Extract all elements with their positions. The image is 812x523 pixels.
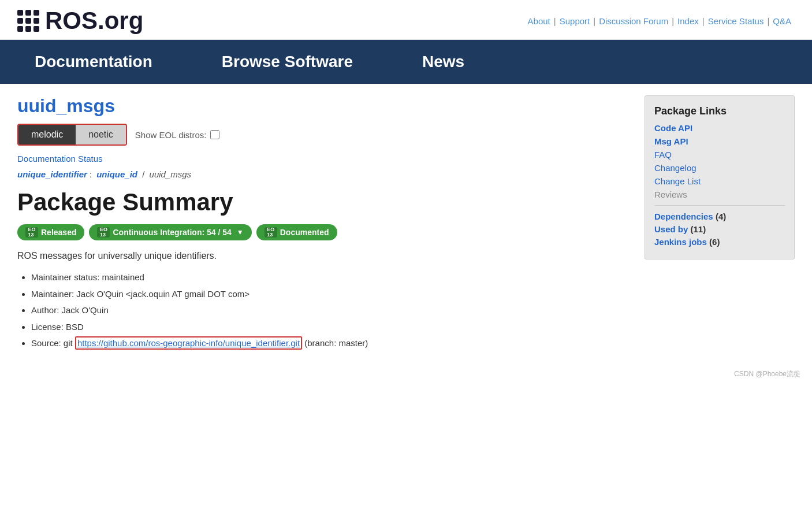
released-icon: EO13 bbox=[25, 227, 38, 238]
dot bbox=[17, 18, 23, 24]
top-header: ROS.org About | Support | Discussion For… bbox=[0, 0, 812, 40]
nav-documentation[interactable]: Documentation bbox=[0, 40, 187, 84]
sidebar-title: Package Links bbox=[654, 105, 785, 117]
sidebar-link-changelog[interactable]: Changelog bbox=[654, 163, 785, 173]
sidebar-jenkins-link[interactable]: Jenkins jobs bbox=[654, 237, 707, 247]
content-area: uuid_msgs melodic noetic Show EOL distro… bbox=[17, 95, 627, 352]
breadcrumb-current: uuid_msgs bbox=[150, 169, 192, 179]
dot bbox=[33, 26, 39, 32]
sidebar-dependencies-count: (4) bbox=[716, 212, 726, 221]
main-container: uuid_msgs melodic noetic Show EOL distro… bbox=[0, 84, 812, 363]
sidebar-used-by-link[interactable]: Used by bbox=[654, 224, 688, 234]
distro-buttons: melodic noetic bbox=[17, 124, 127, 146]
sidebar-link-change-list[interactable]: Change List bbox=[654, 176, 785, 186]
top-nav: About | Support | Discussion Forum | Ind… bbox=[524, 16, 795, 26]
distro-melodic-button[interactable]: melodic bbox=[18, 125, 76, 144]
dot bbox=[17, 26, 23, 32]
breadcrumb: unique_identifier: unique_id / uuid_msgs bbox=[17, 169, 627, 179]
distro-noetic-button[interactable]: noetic bbox=[76, 125, 126, 144]
nav-support[interactable]: Support bbox=[556, 16, 594, 26]
sidebar-used-by-item: Used by (11) bbox=[654, 224, 785, 234]
source-url-link[interactable]: https://github.com/ros-geographic-info/u… bbox=[75, 336, 302, 350]
nav-about[interactable]: About bbox=[524, 16, 554, 26]
sidebar-link-msg-api[interactable]: Msg API bbox=[654, 136, 785, 146]
footer-note: CSDN @Phoebe流徙 bbox=[0, 363, 812, 385]
nav-qa[interactable]: Q&A bbox=[769, 16, 795, 26]
sidebar-box: Package Links Code API Msg API FAQ Chang… bbox=[645, 95, 795, 259]
sidebar-link-reviews: Reviews bbox=[654, 190, 785, 199]
site-logo: ROS.org bbox=[45, 7, 143, 35]
sidebar-divider bbox=[654, 205, 785, 206]
sidebar-used-by-count: (11) bbox=[691, 224, 706, 234]
breadcrumb-repo[interactable]: unique_identifier bbox=[17, 169, 87, 179]
sidebar-jenkins-count: (6) bbox=[709, 237, 720, 247]
nav-index[interactable]: Index bbox=[674, 16, 702, 26]
eol-label-text: Show EOL distros: bbox=[135, 130, 207, 140]
badge-documented: EO13 Documented bbox=[256, 224, 337, 240]
nav-browse-software[interactable]: Browse Software bbox=[187, 40, 388, 84]
ci-dropdown-icon: ▼ bbox=[237, 228, 244, 236]
badge-ci-label: Continuous Integration: 54 / 54 bbox=[113, 228, 231, 237]
ci-icon: EO13 bbox=[97, 227, 110, 238]
package-description: ROS messages for universally unique iden… bbox=[17, 251, 627, 261]
badge-released: EO13 Released bbox=[17, 224, 84, 240]
list-item-maintainer: Maintainer: Jack O'Quin <jack.oquin AT g… bbox=[31, 286, 627, 303]
dot bbox=[33, 18, 39, 24]
dot bbox=[25, 18, 31, 24]
package-summary-title: Package Summary bbox=[17, 188, 627, 216]
logo-area: ROS.org bbox=[17, 7, 143, 35]
eol-checkbox[interactable] bbox=[210, 130, 219, 139]
main-nav-bar: Documentation Browse Software News bbox=[0, 40, 812, 84]
info-list: Maintainer status: maintained Maintainer… bbox=[17, 269, 627, 352]
doc-status-link[interactable]: Documentation Status bbox=[17, 154, 103, 164]
nav-discussion-forum[interactable]: Discussion Forum bbox=[595, 16, 672, 26]
eol-label: Show EOL distros: bbox=[135, 130, 219, 140]
list-item-maintainer-status: Maintainer status: maintained bbox=[31, 269, 627, 286]
dot bbox=[17, 10, 23, 16]
distro-selector: melodic noetic Show EOL distros: bbox=[17, 124, 627, 146]
badge-ci[interactable]: EO13 Continuous Integration: 54 / 54 ▼ bbox=[89, 224, 251, 240]
nav-news[interactable]: News bbox=[388, 40, 499, 84]
documented-icon: EO13 bbox=[265, 227, 277, 238]
list-item-source: Source: git https://github.com/ros-geogr… bbox=[31, 335, 627, 352]
sidebar-deps-item: Dependencies (4) bbox=[654, 212, 785, 221]
list-item-author: Author: Jack O'Quin bbox=[31, 302, 627, 319]
dot bbox=[33, 10, 39, 16]
badges: EO13 Released EO13 Continuous Integratio… bbox=[17, 224, 627, 240]
package-title[interactable]: uuid_msgs bbox=[17, 95, 115, 117]
sidebar-link-code-api[interactable]: Code API bbox=[654, 123, 785, 133]
breadcrumb-link[interactable]: unique_id bbox=[96, 169, 137, 179]
badge-documented-label: Documented bbox=[280, 228, 329, 237]
list-item-license: License: BSD bbox=[31, 319, 627, 336]
logo-dots bbox=[17, 10, 39, 32]
nav-service-status[interactable]: Service Status bbox=[705, 16, 768, 26]
dot bbox=[25, 10, 31, 16]
sidebar-link-faq[interactable]: FAQ bbox=[654, 150, 785, 160]
sidebar-dependencies-link[interactable]: Dependencies bbox=[654, 212, 713, 221]
sidebar: Package Links Code API Msg API FAQ Chang… bbox=[645, 95, 795, 352]
sidebar-jenkins-item: Jenkins jobs (6) bbox=[654, 237, 785, 247]
badge-released-label: Released bbox=[41, 228, 76, 237]
dot bbox=[25, 26, 31, 32]
